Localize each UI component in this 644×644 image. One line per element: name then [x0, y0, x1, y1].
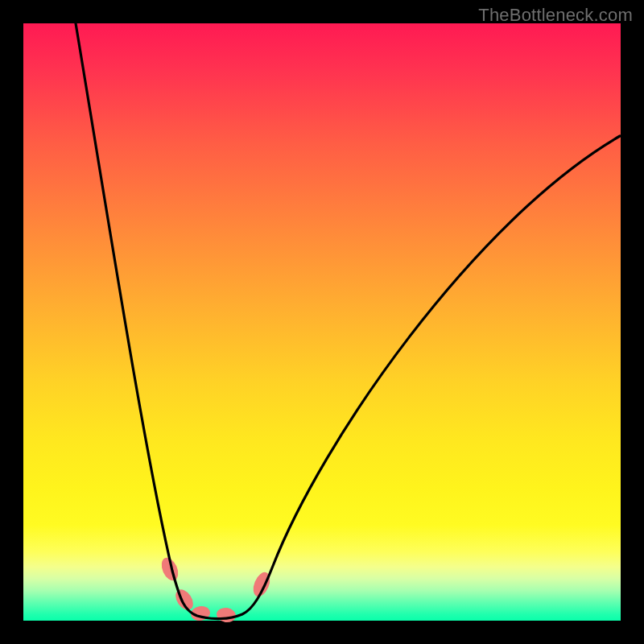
bottleneck-curve — [76, 23, 620, 619]
marker-4 — [216, 606, 237, 623]
chart-plot-area — [23, 23, 621, 621]
chart-svg — [23, 23, 621, 621]
marker-2 — [172, 586, 197, 613]
marker-group — [159, 555, 274, 624]
